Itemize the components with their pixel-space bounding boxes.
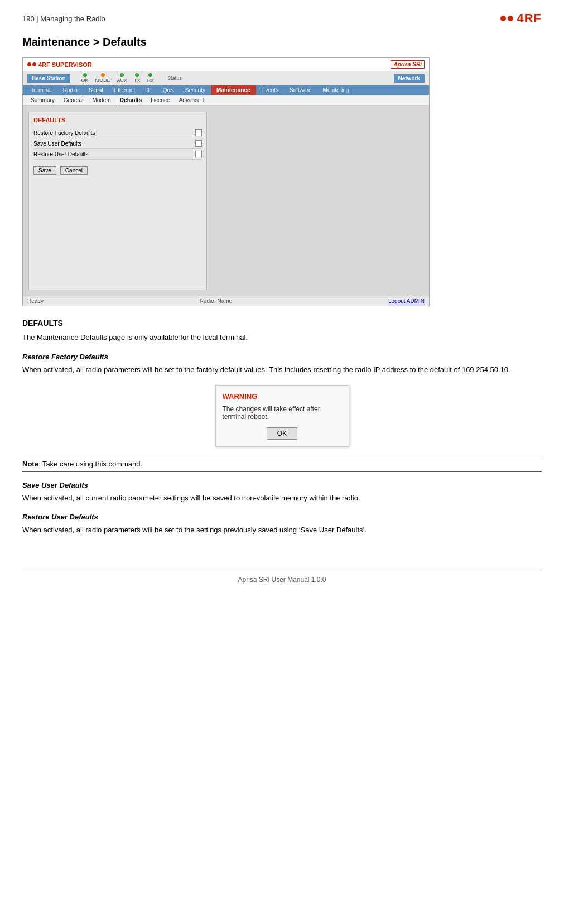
status-label: Status xyxy=(167,75,182,81)
status-bar: Base Station OK MODE AUX TX RX xyxy=(23,71,429,85)
subsection2-text: When activated, all current radio parame… xyxy=(22,493,542,504)
mode-dot xyxy=(101,73,105,77)
subsection1-title: Restore Factory Defaults xyxy=(22,353,542,361)
supervisor-header: 4RF SUPERVISOR Aprisa SRi xyxy=(23,58,429,71)
s-dot-2 xyxy=(32,62,36,66)
subsection3-text: When activated, all radio parameters wil… xyxy=(22,524,542,536)
tab-serial[interactable]: Serial xyxy=(83,85,109,95)
restore-factory-checkbox[interactable] xyxy=(195,129,202,136)
subnav-licence[interactable]: Licence xyxy=(146,96,174,104)
tab-software[interactable]: Software xyxy=(284,85,317,95)
ok-indicator: OK xyxy=(81,73,89,83)
aprisa-badge: Aprisa SRi xyxy=(391,60,425,69)
footer-status: Ready xyxy=(27,298,44,304)
restore-factory-label: Restore Factory Defaults xyxy=(33,130,95,136)
aux-dot xyxy=(120,73,124,77)
intro-text: The Maintenance Defaults page is only av… xyxy=(22,332,542,344)
status-indicators: OK MODE AUX TX RX xyxy=(81,73,155,83)
warning-text: The changes will take effect after termi… xyxy=(223,405,342,421)
tab-events[interactable]: Events xyxy=(256,85,285,95)
subnav-modem[interactable]: Modem xyxy=(88,96,115,104)
subnav-defaults[interactable]: Defaults xyxy=(115,96,146,104)
page-header: 190 | Managing the Radio 4RF xyxy=(22,11,542,26)
supervisor-dots xyxy=(27,62,36,66)
defaults-panel-title: DEFAULTS xyxy=(33,117,202,123)
footer-radio: Radio: Name xyxy=(200,298,232,304)
tab-ip[interactable]: IP xyxy=(141,85,157,95)
logo-dot-1 xyxy=(500,16,506,21)
nav-tabs: Terminal Radio Serial Ethernet IP QoS Se… xyxy=(23,85,429,95)
warning-dialog: WARNING The changes will take effect aft… xyxy=(215,385,349,447)
defaults-panel: DEFAULTS Restore Factory Defaults Save U… xyxy=(28,112,207,290)
base-station-button[interactable]: Base Station xyxy=(27,74,70,83)
note-box: Note: Take care using this command. xyxy=(22,456,542,472)
tx-label: TX xyxy=(134,78,141,83)
save-button[interactable]: Save xyxy=(33,166,56,175)
restore-user-checkbox[interactable] xyxy=(195,151,202,157)
tab-maintenance[interactable]: Maintenance xyxy=(211,85,256,95)
subsection2-title: Save User Defaults xyxy=(22,481,542,489)
page-info: 190 | Managing the Radio xyxy=(22,15,105,23)
mode-label: MODE xyxy=(95,78,110,83)
subsection1-text: When activated, all radio parameters wil… xyxy=(22,364,542,376)
restore-user-row: Restore User Defaults xyxy=(33,149,202,160)
ui-footer: Ready Radio: Name Logout ADMIN xyxy=(23,296,429,306)
rx-label: RX xyxy=(147,78,155,83)
save-user-label: Save User Defaults xyxy=(33,141,81,147)
aux-indicator: AUX xyxy=(117,73,128,83)
warning-title: WARNING xyxy=(223,392,342,401)
restore-user-label: Restore User Defaults xyxy=(33,151,88,157)
rx-dot xyxy=(148,73,152,77)
save-user-row: Save User Defaults xyxy=(33,138,202,149)
sub-nav: Summary General Modem Defaults Licence A… xyxy=(23,95,429,106)
ok-dot xyxy=(83,73,87,77)
footer-label: Aprisa SRi User Manual 1.0.0 xyxy=(238,576,326,584)
logo-dots xyxy=(500,16,513,21)
restore-factory-row: Restore Factory Defaults xyxy=(33,128,202,138)
subnav-summary[interactable]: Summary xyxy=(26,96,59,104)
tab-monitoring[interactable]: Monitoring xyxy=(317,85,355,95)
company-logo: 4RF xyxy=(500,11,542,26)
panel-buttons: Save Cancel xyxy=(33,163,202,175)
tx-dot xyxy=(135,73,139,77)
network-button[interactable]: Network xyxy=(394,74,425,83)
subnav-general[interactable]: General xyxy=(59,96,88,104)
supervisor-logo: 4RF SUPERVISOR xyxy=(27,61,92,68)
subsection3-title: Restore User Defaults xyxy=(22,513,542,521)
note-text: : Take care using this command. xyxy=(38,460,142,468)
warning-dialog-wrap: WARNING The changes will take effect aft… xyxy=(22,385,542,447)
warning-ok-button[interactable]: OK xyxy=(267,427,297,440)
save-user-checkbox[interactable] xyxy=(195,140,202,147)
tab-radio[interactable]: Radio xyxy=(57,85,83,95)
logo-dot-2 xyxy=(508,16,513,21)
page-footer: Aprisa SRi User Manual 1.0.0 xyxy=(22,570,542,584)
subnav-advanced[interactable]: Advanced xyxy=(175,96,208,104)
supervisor-label: 4RF SUPERVISOR xyxy=(38,61,92,68)
body-content: DEFAULTS The Maintenance Defaults page i… xyxy=(22,319,542,536)
logo-text: 4RF xyxy=(517,11,542,26)
defaults-heading: DEFAULTS xyxy=(22,319,542,328)
logout-link[interactable]: Logout ADMIN xyxy=(388,298,425,304)
ui-screenshot: 4RF SUPERVISOR Aprisa SRi Base Station O… xyxy=(22,57,430,306)
tx-indicator: TX xyxy=(134,73,141,83)
ok-label: OK xyxy=(81,78,89,83)
tab-ethernet[interactable]: Ethernet xyxy=(109,85,141,95)
note-label: Note xyxy=(22,460,38,468)
section-title: Maintenance > Defaults xyxy=(22,36,542,49)
mode-indicator: MODE xyxy=(95,73,110,83)
content-area: DEFAULTS Restore Factory Defaults Save U… xyxy=(23,106,429,296)
rx-indicator: RX xyxy=(147,73,155,83)
s-dot-1 xyxy=(27,62,31,66)
tab-terminal[interactable]: Terminal xyxy=(25,85,57,95)
tab-security[interactable]: Security xyxy=(180,85,211,95)
aux-label: AUX xyxy=(117,78,128,83)
tab-qos[interactable]: QoS xyxy=(157,85,180,95)
cancel-button[interactable]: Cancel xyxy=(60,166,88,175)
